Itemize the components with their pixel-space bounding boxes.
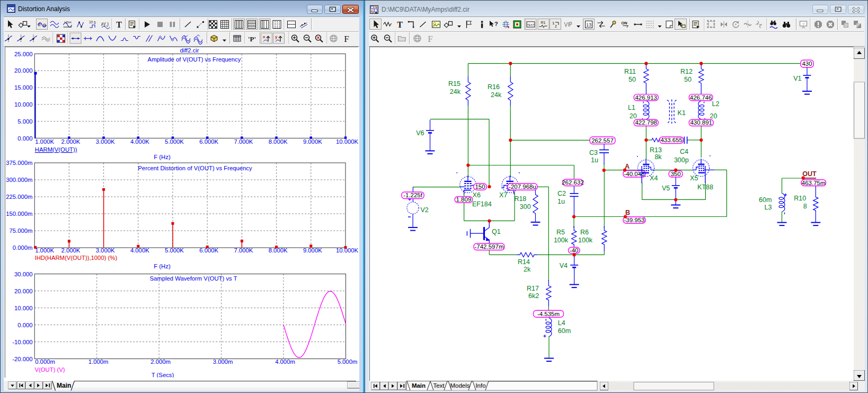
svg-text:R15: R15 <box>448 80 460 88</box>
svg-text:T: T <box>116 20 122 29</box>
svg-text:9.000K: 9.000K <box>303 138 322 145</box>
svg-text:L1: L1 <box>628 104 635 111</box>
svg-text:-207.968u: -207.968u <box>509 184 536 190</box>
svg-text:F (Hz): F (Hz) <box>154 154 171 160</box>
svg-text:-20.000: -20.000 <box>12 356 32 362</box>
svg-text:100k: 100k <box>578 237 593 244</box>
svg-text:ON: ON <box>622 21 627 25</box>
svg-text:?: ? <box>802 22 805 27</box>
svg-text:3.000K: 3.000K <box>96 247 115 254</box>
svg-text:Sampled Waveform V(OUT) vs T: Sampled Waveform V(OUT) vs T <box>149 275 237 282</box>
svg-text:L4: L4 <box>558 319 565 327</box>
svg-text:50: 50 <box>684 76 692 83</box>
svg-text:6.000K: 6.000K <box>199 138 218 145</box>
svg-text:100k: 100k <box>554 237 569 244</box>
svg-text:Percent Distortion of V(OUT) v: Percent Distortion of V(OUT) vs Frequenc… <box>138 165 252 171</box>
svg-text:6.000K: 6.000K <box>199 247 218 254</box>
svg-text:1u: 1u <box>557 198 565 205</box>
svg-text:5.000m: 5.000m <box>338 359 358 365</box>
svg-text:225.000m: 225.000m <box>6 194 32 200</box>
svg-text:C3: C3 <box>589 149 598 156</box>
svg-text:EF184: EF184 <box>472 200 492 208</box>
svg-text:10.000: 10.000 <box>14 305 33 311</box>
svg-text:y: y <box>275 34 278 39</box>
svg-text:F (Hz): F (Hz) <box>154 263 171 269</box>
svg-text:4.000K: 4.000K <box>130 138 149 145</box>
svg-text:60m: 60m <box>558 327 571 335</box>
svg-text:V5: V5 <box>662 185 670 192</box>
svg-text:1.000K: 1.000K <box>35 247 54 254</box>
svg-text:2: 2 <box>555 24 557 28</box>
svg-text:10.000K: 10.000K <box>336 247 359 254</box>
svg-text:430.891: 430.891 <box>690 119 712 126</box>
svg-text:6k2: 6k2 <box>528 292 539 300</box>
svg-text:8: 8 <box>803 203 807 210</box>
svg-text:15.000: 15.000 <box>14 84 33 91</box>
svg-text:3.000m: 3.000m <box>213 359 233 365</box>
svg-text:OUT: OUT <box>802 170 817 178</box>
svg-text:Models: Models <box>450 382 470 389</box>
svg-text:?: ? <box>494 21 498 27</box>
svg-text:20: 20 <box>710 112 718 120</box>
svg-text:-10.000: -10.000 <box>12 339 32 345</box>
svg-text:300.000m: 300.000m <box>6 177 32 183</box>
svg-text:Q1: Q1 <box>492 228 501 235</box>
svg-text:R16: R16 <box>488 83 500 91</box>
svg-text:R14: R14 <box>518 258 530 266</box>
svg-text:V6: V6 <box>416 129 424 137</box>
svg-text:4.000m: 4.000m <box>275 359 295 365</box>
svg-text:X4: X4 <box>650 174 658 182</box>
svg-text:5.000K: 5.000K <box>165 138 184 145</box>
svg-text:300: 300 <box>520 203 531 211</box>
svg-text:Info: Info <box>475 382 485 389</box>
svg-text:2.000K: 2.000K <box>61 247 80 254</box>
svg-text:262.632: 262.632 <box>562 179 584 186</box>
svg-text:Main: Main <box>57 382 71 389</box>
svg-text:X7: X7 <box>499 191 507 199</box>
svg-text:K1: K1 <box>678 109 686 117</box>
svg-text:2.000K: 2.000K <box>61 138 80 145</box>
svg-text:30.000: 30.000 <box>14 271 33 277</box>
svg-text:diff2.cir: diff2.cir <box>180 47 199 54</box>
svg-text:8.000K: 8.000K <box>269 138 288 145</box>
svg-text:Text: Text <box>433 382 445 389</box>
svg-text:0.000: 0.000 <box>17 322 32 328</box>
svg-text:10.000: 10.000 <box>14 101 33 108</box>
svg-text:1.000K: 1.000K <box>35 138 54 145</box>
svg-text:8.000K: 8.000K <box>269 247 288 254</box>
svg-text:-742.597m: -742.597m <box>475 243 504 250</box>
svg-text:1u: 1u <box>591 156 598 164</box>
svg-text:25.000: 25.000 <box>14 51 33 57</box>
svg-text:R18: R18 <box>514 195 526 203</box>
svg-text:IHD(HARM(V(OUT)),1000) (%): IHD(HARM(V(OUT)),1000) (%) <box>35 255 118 261</box>
svg-text:10: 10 <box>89 20 93 24</box>
svg-text:x: x <box>263 34 265 39</box>
svg-text:426.913: 426.913 <box>635 94 657 101</box>
svg-text:L3: L3 <box>764 204 772 211</box>
svg-text:Amplitude of V(OUT) vs Frequen: Amplitude of V(OUT) vs Frequency <box>148 56 241 63</box>
svg-text:R11: R11 <box>624 68 636 75</box>
svg-text:3.000K: 3.000K <box>96 138 115 145</box>
svg-text:X6: X6 <box>473 191 481 199</box>
svg-text:8k: 8k <box>654 153 662 161</box>
svg-text:-40: -40 <box>570 247 579 254</box>
svg-text:422.798: 422.798 <box>635 119 657 126</box>
svg-text:V(OUT) (V): V(OUT) (V) <box>35 366 65 373</box>
svg-text:V2: V2 <box>421 206 429 214</box>
svg-text:24k: 24k <box>491 91 502 99</box>
svg-text:2.000m: 2.000m <box>150 359 171 365</box>
svg-text:2k: 2k <box>524 266 531 273</box>
svg-text:1.809: 1.809 <box>456 196 472 203</box>
svg-text:50: 50 <box>628 76 636 83</box>
svg-text:KT88: KT88 <box>697 184 713 191</box>
svg-text:0.000: 0.000 <box>17 135 32 142</box>
svg-text:B: B <box>625 209 630 216</box>
svg-text:262.557: 262.557 <box>591 137 614 144</box>
svg-text:375.000m: 375.000m <box>6 160 32 166</box>
svg-text:HARM(V(OUT)): HARM(V(OUT)) <box>35 146 77 153</box>
svg-text:TEXT: TEXT <box>527 23 535 27</box>
svg-text:426.746: 426.746 <box>690 94 712 101</box>
svg-text:L2: L2 <box>712 100 720 108</box>
svg-text:C4: C4 <box>680 148 688 155</box>
svg-text:C2: C2 <box>557 190 566 197</box>
